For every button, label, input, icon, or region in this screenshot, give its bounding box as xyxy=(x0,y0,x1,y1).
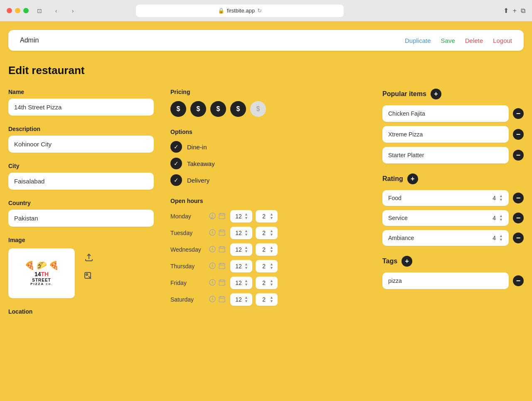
open-time-tuesday[interactable]: 12 ▲ ▼ xyxy=(230,227,252,239)
share-btn[interactable]: ⬆ xyxy=(503,7,509,15)
option-takeaway[interactable]: ✓ Takeaway xyxy=(170,158,366,169)
open-hour-spinner-thursday[interactable]: ▲ ▼ xyxy=(244,262,248,270)
calendar-btn-friday[interactable] xyxy=(219,279,225,287)
calendar-btn-saturday[interactable] xyxy=(219,296,225,304)
close-time-thursday[interactable]: 2 ▲ ▼ xyxy=(256,260,278,272)
open-time-friday[interactable]: 12 ▲ ▼ xyxy=(230,277,252,289)
upload-image-btn[interactable] xyxy=(81,250,96,265)
open-hour-spinner-tuesday[interactable]: ▲ ▼ xyxy=(244,229,248,237)
tags-section: Tags + − xyxy=(382,256,524,289)
open-hour-spinner-friday[interactable]: ▲ ▼ xyxy=(244,279,248,287)
close-hour-spinner-friday[interactable]: ▲ ▼ xyxy=(270,279,273,287)
svg-rect-10 xyxy=(219,263,225,269)
price-level-3[interactable]: $ xyxy=(210,101,226,117)
down-arrow[interactable]: ▼ xyxy=(244,216,248,220)
tag-row-pizza: − xyxy=(382,272,524,289)
remove-popular-item-1[interactable]: − xyxy=(513,108,524,119)
clock24-btn-tuesday[interactable] xyxy=(209,229,216,238)
minimize-light[interactable] xyxy=(15,8,20,13)
popular-item-input-2[interactable] xyxy=(382,126,509,143)
duplicate-button[interactable]: Duplicate xyxy=(405,37,431,44)
close-time-tuesday[interactable]: 2 ▲ ▼ xyxy=(256,227,278,239)
day-name-tuesday: Tuesday xyxy=(170,230,204,236)
open-hour-spinner-saturday[interactable]: ▲ ▼ xyxy=(244,296,248,303)
popular-item-input-1[interactable] xyxy=(382,105,509,122)
open-hour-spinner-monday[interactable]: ▲ ▼ xyxy=(244,213,248,220)
description-input[interactable] xyxy=(8,136,154,153)
rating-spinner-service[interactable]: 4 ▲ ▼ xyxy=(491,214,503,222)
open-time-saturday[interactable]: 12 ▲ ▼ xyxy=(230,293,252,306)
rating-spinner-ambiance[interactable]: 4 ▲ ▼ xyxy=(491,234,503,242)
takeaway-checkbox[interactable]: ✓ xyxy=(170,158,182,169)
country-input[interactable] xyxy=(8,210,154,227)
remove-popular-item-2[interactable]: − xyxy=(513,129,524,140)
delete-button[interactable]: Delete xyxy=(465,37,483,44)
calendar-btn-wednesday[interactable] xyxy=(219,246,225,254)
price-level-1[interactable]: $ xyxy=(170,101,186,117)
price-level-5[interactable]: $ xyxy=(250,101,266,117)
save-button[interactable]: Save xyxy=(441,37,455,44)
close-light[interactable] xyxy=(7,8,12,13)
ambiance-rating-arrows[interactable]: ▲ ▼ xyxy=(499,234,503,242)
add-tag-button[interactable]: + xyxy=(401,256,412,267)
open-time-monday[interactable]: 12 ▲ ▼ xyxy=(230,210,252,223)
calendar-btn-thursday[interactable] xyxy=(219,262,225,270)
remove-rating-ambiance[interactable]: − xyxy=(513,233,524,243)
back-btn[interactable]: ‹ xyxy=(50,7,62,15)
search-image-btn[interactable] xyxy=(81,269,96,284)
open-time-thursday[interactable]: 12 ▲ ▼ xyxy=(230,260,252,272)
pricing-icons: $ $ $ $ $ xyxy=(170,101,366,117)
close-time-saturday[interactable]: 2 ▲ ▼ xyxy=(256,293,278,306)
add-popular-item-button[interactable]: + xyxy=(431,89,441,99)
day-row-wednesday: Wednesday 12 ▲ ▼ xyxy=(170,243,366,256)
remove-rating-food[interactable]: − xyxy=(513,193,524,203)
logout-button[interactable]: Logout xyxy=(493,37,512,44)
option-dine-in[interactable]: ✓ Dine-in xyxy=(170,141,366,153)
main-content: Name Description City Country Image xyxy=(8,89,524,315)
location-label: Location xyxy=(8,308,154,315)
option-delivery[interactable]: ✓ Delivery xyxy=(170,174,366,186)
price-level-2[interactable]: $ xyxy=(190,101,206,117)
rating-row-food: Food 4 ▲ ▼ − xyxy=(382,190,524,206)
tabs-btn[interactable]: ⧉ xyxy=(521,7,525,15)
clock24-btn-friday[interactable] xyxy=(209,279,216,287)
delivery-checkbox[interactable]: ✓ xyxy=(170,174,182,186)
add-rating-button[interactable]: + xyxy=(407,173,418,184)
rating-spinner-food[interactable]: 4 ▲ ▼ xyxy=(491,194,503,202)
city-input[interactable] xyxy=(8,173,154,190)
clock24-btn-saturday[interactable] xyxy=(209,295,216,304)
calendar-btn-monday[interactable] xyxy=(219,213,225,220)
forward-btn[interactable]: › xyxy=(67,7,79,15)
service-rating-arrows[interactable]: ▲ ▼ xyxy=(499,214,503,222)
close-hour-spinner-tuesday[interactable]: ▲ ▼ xyxy=(270,229,273,237)
open-hour-monday: 12 xyxy=(234,213,243,220)
close-hour-spinner-thursday[interactable]: ▲ ▼ xyxy=(270,262,273,270)
dine-in-checkbox[interactable]: ✓ xyxy=(170,141,182,153)
close-time-monday[interactable]: 2 ▲ ▼ xyxy=(256,210,278,223)
calendar-btn-tuesday[interactable] xyxy=(219,229,225,237)
clock24-btn-wednesday[interactable] xyxy=(209,245,216,254)
clock24-btn-thursday[interactable] xyxy=(209,262,216,271)
food-rating-arrows[interactable]: ▲ ▼ xyxy=(499,194,503,202)
open-time-wednesday[interactable]: 12 ▲ ▼ xyxy=(230,243,252,256)
address-bar[interactable]: 🔒 firstbite.app ↻ xyxy=(136,5,344,17)
close-hour-spinner-wednesday[interactable]: ▲ ▼ xyxy=(270,246,273,253)
clock24-btn-monday[interactable]: 24 xyxy=(209,212,216,221)
maximize-light[interactable] xyxy=(23,8,29,13)
tag-input-pizza[interactable] xyxy=(382,272,509,289)
down-arrow[interactable]: ▼ xyxy=(270,216,273,220)
remove-rating-service[interactable]: − xyxy=(513,213,524,223)
close-hour-spinner-monday[interactable]: ▲ ▼ xyxy=(270,213,273,220)
close-time-wednesday[interactable]: 2 ▲ ▼ xyxy=(256,243,278,256)
close-time-friday[interactable]: 2 ▲ ▼ xyxy=(256,277,278,289)
remove-popular-item-3[interactable]: − xyxy=(513,150,524,161)
close-hour-spinner-saturday[interactable]: ▲ ▼ xyxy=(270,296,273,303)
open-hour-spinner-wednesday[interactable]: ▲ ▼ xyxy=(244,246,248,253)
name-input[interactable] xyxy=(8,99,154,116)
add-tab-btn[interactable]: + xyxy=(513,7,517,15)
remove-tag-pizza[interactable]: − xyxy=(513,275,524,286)
price-level-4[interactable]: $ xyxy=(230,101,246,117)
popular-item-input-3[interactable] xyxy=(382,147,509,163)
check-icon: ✓ xyxy=(174,160,179,167)
sidebar-toggle-btn[interactable]: ⊡ xyxy=(34,7,45,15)
